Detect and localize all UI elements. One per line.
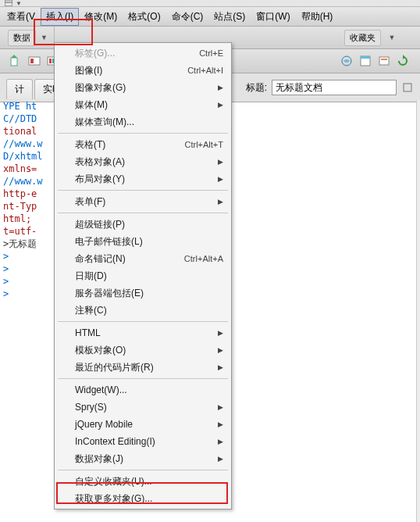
menu-item-label: 图像(I) [75,64,102,77]
menu-item-label: 最近的代码片断(R) [75,361,154,374]
menu-item-label: 电子邮件链接(L) [75,235,143,248]
menu-separator [58,470,228,470]
layout-icon[interactable] [5,0,12,6]
menu-item-label: 图像对象(G) [75,81,126,95]
menu-item-label: 表格(T) [75,138,105,152]
menu-item[interactable]: 表格(T)Ctrl+Alt+T [56,136,230,153]
menu-item[interactable]: 模板对象(O)▶ [56,341,230,359]
submenu-arrow-icon: ▶ [218,84,223,91]
live-view-icon[interactable] [339,53,354,69]
dropdown-arrow-icon[interactable]: ▼ [39,34,49,41]
menu-format[interactable]: 格式(O) [123,8,166,26]
submenu-arrow-icon: ▶ [218,175,223,183]
browse-icon[interactable] [358,53,373,69]
svg-rect-10 [361,56,370,59]
menu-item[interactable]: Widget(W)... [56,381,230,399]
menu-help[interactable]: 帮助(H) [296,8,339,26]
menu-item[interactable]: 自定义收藏夹(U)... [56,473,230,490]
menu-insert[interactable]: 插入(I) [41,8,79,26]
menu-separator [58,190,228,191]
menu-site[interactable]: 站点(S) [208,8,251,26]
import-icon[interactable] [8,53,23,69]
menu-item-shortcut: Ctrl+Alt+I [187,66,223,75]
menu-item[interactable]: 媒体查询(M)... [56,113,230,130]
submenu-arrow-icon: ▶ [218,455,223,463]
menu-item[interactable]: 电子邮件链接(L) [56,233,230,250]
insert-menu: 标签(G)...Ctrl+E图像(I)Ctrl+Alt+I图像对象(G)▶媒体(… [54,42,232,509]
submenu-arrow-icon: ▶ [218,198,223,206]
menu-item[interactable]: 获取更多对象(G)... [56,490,230,507]
menu-item-label: jQuery Mobile [75,419,133,430]
menu-item: 标签(G)...Ctrl+E [56,45,230,62]
code-view[interactable]: YPE ht C//DTD tional //www.w D/xhtml xml… [0,100,44,300]
menu-window[interactable]: 窗口(W) [251,8,295,26]
menu-item-label: Spry(S) [75,402,107,413]
menu-command[interactable]: 命令(C) [166,8,209,26]
tab-design[interactable]: 计 [6,79,33,99]
dropdown-arrow-icon[interactable]: ▼ [384,30,400,45]
menu-item-label: 注释(C) [75,304,107,317]
menu-item-label: 标签(G)... [75,47,115,60]
menu-item[interactable]: 数据对象(J)▶ [56,450,230,467]
menu-item-label: 获取更多对象(G)... [75,492,152,506]
menu-item[interactable]: 命名锚记(N)Ctrl+Alt+A [56,250,230,267]
menu-item[interactable]: 表格对象(A)▶ [56,153,230,170]
menu-separator [58,213,228,213]
menu-item[interactable]: 图像(I)Ctrl+Alt+I [56,62,230,79]
menu-item[interactable]: 超级链接(P) [56,216,230,233]
submenu-arrow-icon: ▶ [218,420,223,428]
menu-item[interactable]: 日期(D) [56,267,230,284]
dropdown-toggle-icon[interactable]: ▼ [16,0,22,7]
menu-item[interactable]: 布局对象(Y)▶ [56,170,230,188]
menu-view[interactable]: 查看(V [2,8,41,26]
toolbar-category-favorites[interactable]: 收藏夹 [344,30,381,46]
svg-rect-0 [5,0,12,6]
submenu-arrow-icon: ▶ [218,403,223,411]
menu-item-label: Widget(W)... [75,384,127,395]
menu-item-label: 命名锚记(N) [75,252,126,266]
menu-item-label: 媒体查询(M)... [75,116,134,129]
menu-item-shortcut: Ctrl+Alt+A [184,254,223,263]
menu-item[interactable]: 最近的代码片断(R)▶ [56,359,230,376]
menu-item-label: 布局对象(Y) [75,173,125,186]
title-more-icon[interactable] [400,80,415,95]
menu-item-label: 模板对象(O) [75,344,126,357]
menu-item-label: HTML [75,327,101,338]
menu-item-shortcut: Ctrl+Alt+T [184,140,223,149]
menu-item[interactable]: 服务器端包括(E) [56,284,230,302]
menu-item[interactable]: Spry(S)▶ [56,399,230,416]
submenu-arrow-icon: ▶ [218,363,223,371]
menu-item[interactable]: 媒体(M)▶ [56,96,230,113]
menu-modify[interactable]: 修改(M) [79,8,123,26]
menu-item[interactable]: jQuery Mobile▶ [56,416,230,433]
title-label: 标题: [246,81,267,95]
submenu-arrow-icon: ▶ [218,158,223,166]
title-input[interactable] [272,80,397,95]
menu-item-label: 日期(D) [75,270,107,283]
toolbar-category-data[interactable]: 数据 [8,30,36,46]
top-strip: ▼ [0,0,420,7]
svg-rect-13 [404,84,411,91]
menu-item-label: 表格对象(A) [75,156,125,169]
menu-separator [58,133,228,134]
record-icon[interactable] [27,53,42,69]
menu-item-label: 表单(F) [75,195,105,209]
right-edge [416,100,420,522]
options-icon[interactable] [376,53,392,69]
svg-rect-6 [49,59,52,63]
menu-item[interactable]: InContext Editing(I)▶ [56,433,230,450]
menu-item[interactable]: 图像对象(G)▶ [56,79,230,96]
menu-item-label: 超级链接(P) [75,218,125,231]
menu-item[interactable]: 注释(C) [56,302,230,319]
menu-separator [58,321,228,322]
submenu-arrow-icon: ▶ [218,346,223,354]
menu-item[interactable]: 表单(F)▶ [56,193,230,210]
menu-item[interactable]: HTML▶ [56,324,230,341]
menubar: 查看(V 插入(I) 修改(M) 格式(O) 命令(C) 站点(S) 窗口(W)… [0,7,420,27]
menu-item-shortcut: Ctrl+E [199,48,223,58]
submenu-arrow-icon: ▶ [218,101,223,109]
menu-item-label: 数据对象(J) [75,452,123,466]
menu-separator [58,378,228,379]
svg-rect-2 [11,58,17,66]
refresh-icon[interactable] [395,53,411,69]
